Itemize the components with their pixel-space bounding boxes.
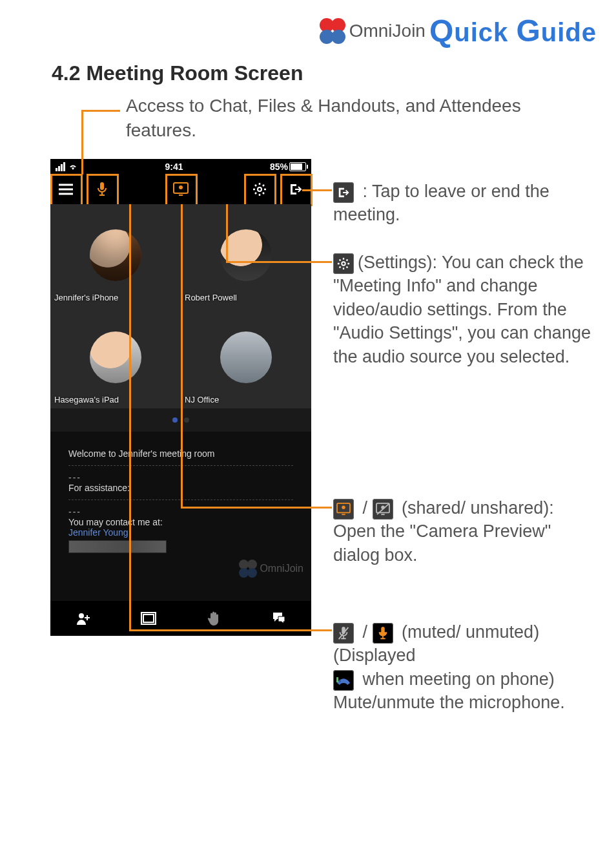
svg-point-4 [79, 613, 84, 618]
mic-muted-icon [333, 623, 354, 644]
video-tile[interactable]: NJ Office [181, 306, 311, 408]
callout-line [129, 204, 131, 631]
add-attendee-icon[interactable] [75, 610, 92, 627]
video-tile[interactable]: Jennifer's iPhone [50, 204, 181, 306]
battery-icon: 85% [270, 162, 306, 172]
access-description: Access to Chat, Files & Handouts, and At… [126, 94, 539, 143]
hand-icon[interactable] [205, 610, 222, 627]
section-title: 4.2 Meeting Room Screen [52, 61, 303, 85]
svg-rect-14 [336, 677, 338, 682]
annotation-leave: : Tap to leave or end the meeting. [333, 180, 594, 227]
guide-title: Quick Guide [429, 13, 597, 48]
wifi-icon [68, 163, 78, 171]
menu-button[interactable] [57, 180, 75, 198]
annotation-camera: / (shared/ unshared): Open the "Camera P… [333, 496, 594, 567]
signal-icon [56, 162, 65, 171]
mic-toggle-button[interactable] [93, 180, 111, 198]
phone-audio-icon [333, 670, 354, 691]
mic-unmuted-icon [373, 623, 393, 644]
callout-line [129, 629, 332, 631]
attachment-thumb [68, 540, 167, 553]
video-tile[interactable]: Robert Powell [181, 204, 311, 306]
camera-preview-button[interactable] [172, 180, 190, 198]
callout-line [226, 261, 332, 263]
chat-message: ---You may contact me at:Jennifer Young [68, 500, 293, 560]
svg-point-7 [342, 262, 345, 265]
callout-line [226, 204, 228, 262]
clock: 9:41 [165, 162, 183, 172]
omnijoin-logo-icon [320, 18, 345, 44]
svg-point-9 [342, 505, 345, 509]
svg-rect-6 [143, 615, 154, 622]
annotation-settings: (Settings): You can check the "Meeting I… [333, 251, 594, 368]
callout-line [81, 110, 120, 112]
doc-header: OmniJoin Quick Guide [320, 13, 597, 48]
annotation-mic: / (muted/ unmuted) (Displayed when meeti… [333, 620, 594, 715]
callout-line [181, 507, 332, 509]
watermark: OmniJoin [239, 560, 303, 578]
chat-icon[interactable] [271, 610, 287, 627]
app-toolbar [50, 174, 311, 204]
page-dot [184, 417, 189, 423]
callout-line [181, 204, 183, 508]
callout-line [302, 189, 332, 191]
status-bar: 9:41 85% [50, 159, 311, 174]
callout-line [81, 110, 83, 174]
product-name: OmniJoin [349, 21, 426, 41]
gear-icon [333, 253, 354, 274]
layout-icon[interactable] [140, 610, 157, 627]
settings-button[interactable] [251, 180, 269, 198]
camera-shared-icon [333, 499, 354, 520]
page-dot-active [172, 417, 178, 423]
exit-icon [333, 182, 354, 203]
camera-unshared-icon [373, 499, 393, 520]
video-tile[interactable]: Hasegawa's iPad [50, 306, 181, 408]
svg-rect-15 [339, 679, 341, 682]
